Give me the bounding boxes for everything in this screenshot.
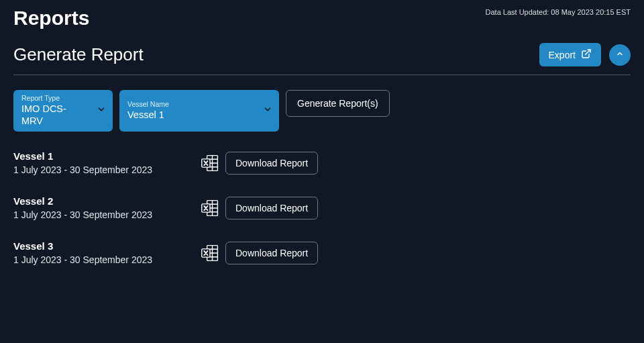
result-info: Vessel 2 1 July 2023 - 30 September 2023	[13, 195, 195, 220]
export-button[interactable]: Export	[539, 43, 601, 66]
vessel-name-value: Vessel 1	[127, 109, 254, 121]
last-updated-label: Data Last Updated: 08 May 2023 20:15 EST	[486, 8, 631, 16]
report-type-value: IMO DCS-MRV	[21, 103, 87, 128]
result-row: Vessel 1 1 July 2023 - 30 September 2023…	[13, 150, 631, 175]
report-type-label: Report Type	[21, 94, 87, 103]
section-title: Generate Report	[13, 44, 144, 65]
chevron-down-icon	[97, 105, 106, 117]
excel-icon	[195, 154, 225, 173]
vessel-name-select[interactable]: Vessel Name Vessel 1	[119, 90, 279, 132]
page-title: Reports	[13, 7, 89, 30]
result-row: Vessel 2 1 July 2023 - 30 September 2023…	[13, 195, 631, 220]
result-row: Vessel 3 1 July 2023 - 30 September 2023…	[13, 240, 631, 265]
report-type-select[interactable]: Report Type IMO DCS-MRV	[13, 90, 113, 132]
vessel-name-text: Vessel 3	[13, 240, 195, 252]
vessel-name-text: Vessel 1	[13, 150, 195, 162]
svg-line-0	[586, 50, 590, 54]
download-report-button[interactable]: Download Report	[225, 152, 318, 175]
date-range-text: 1 July 2023 - 30 September 2023	[13, 254, 195, 265]
download-report-button[interactable]: Download Report	[225, 197, 318, 219]
result-info: Vessel 1 1 July 2023 - 30 September 2023	[13, 150, 195, 175]
date-range-text: 1 July 2023 - 30 September 2023	[13, 164, 195, 175]
chevron-up-icon	[616, 50, 624, 60]
chevron-down-icon	[263, 105, 272, 117]
open-external-icon	[581, 48, 592, 61]
download-report-button[interactable]: Download Report	[225, 242, 318, 264]
excel-icon	[195, 244, 225, 262]
divider	[13, 75, 631, 75]
vessel-name-label: Vessel Name	[127, 100, 254, 109]
excel-icon	[195, 199, 225, 217]
date-range-text: 1 July 2023 - 30 September 2023	[13, 209, 195, 220]
export-button-label: Export	[549, 50, 576, 60]
generate-report-button[interactable]: Generate Report(s)	[286, 90, 390, 117]
vessel-name-text: Vessel 2	[13, 195, 195, 207]
collapse-button[interactable]	[609, 44, 631, 66]
result-info: Vessel 3 1 July 2023 - 30 September 2023	[13, 240, 195, 265]
